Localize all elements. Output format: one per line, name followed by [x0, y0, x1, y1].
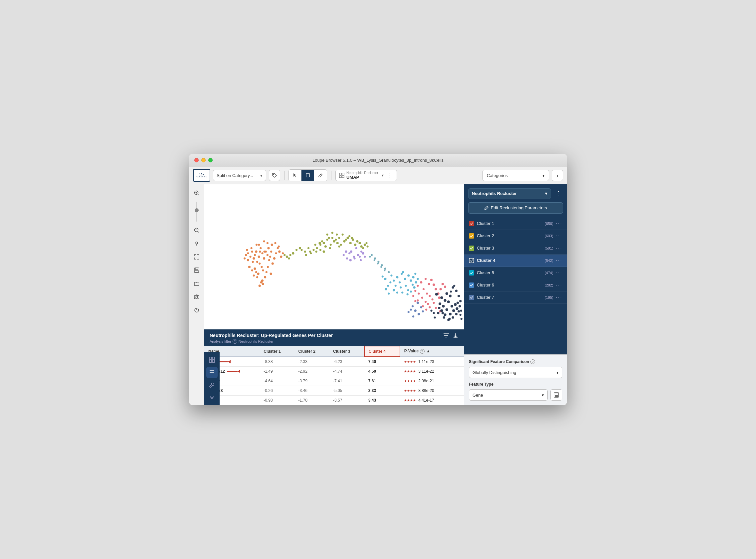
categories-dropdown[interactable]: Categories ▾: [483, 170, 549, 181]
cluster5-menu[interactable]: ···: [556, 270, 562, 276]
col-cluster1-header[interactable]: Cluster 1: [260, 346, 294, 357]
cluster1-checkbox[interactable]: [469, 221, 474, 226]
pen-tool-button[interactable]: [314, 170, 327, 181]
svg-point-87: [321, 240, 323, 242]
cluster2-checkbox[interactable]: [469, 233, 474, 239]
cluster-item-6[interactable]: Cluster 6 (282) ···: [464, 279, 567, 291]
camera-button[interactable]: [191, 291, 203, 303]
cluster-item-3[interactable]: Cluster 3 (591) ···: [464, 242, 567, 254]
chart-menu-button[interactable]: ⋮: [387, 172, 393, 179]
logo: 10x GENOMICS: [193, 169, 210, 182]
svg-point-120: [295, 249, 297, 251]
cluster1-count: (656): [545, 222, 553, 226]
cluster7-checkbox[interactable]: [469, 295, 474, 300]
camp-c4: 7.61: [364, 376, 400, 386]
cluster-item-5[interactable]: Cluster 5 (474) ···: [464, 267, 567, 279]
cluster5-checkbox[interactable]: [469, 270, 474, 275]
cluster2-menu[interactable]: ···: [556, 233, 562, 239]
cluster2-count: (603): [545, 234, 553, 238]
zoom-slider[interactable]: [196, 202, 197, 222]
cluster3-checkbox[interactable]: [469, 246, 474, 251]
minimize-button[interactable]: [201, 158, 206, 162]
svg-point-55: [267, 266, 269, 268]
svg-point-252: [434, 316, 436, 318]
svg-point-231: [440, 309, 443, 312]
cluster-item-1[interactable]: Cluster 1 (656) ···: [464, 218, 567, 230]
cluster1-menu[interactable]: ···: [556, 221, 562, 227]
nav-arrow-button[interactable]: ›: [552, 170, 563, 181]
table-filter-button[interactable]: [443, 333, 449, 340]
svg-point-23: [258, 255, 260, 258]
cluster-item-4[interactable]: Cluster 4 (542) ···: [464, 254, 567, 267]
svg-point-167: [395, 285, 397, 287]
tag-button[interactable]: [269, 170, 280, 181]
list-view-button[interactable]: [206, 367, 218, 378]
table-download-button[interactable]: [452, 333, 459, 340]
folder-icon: [194, 281, 200, 287]
col-pvalue-header[interactable]: P-Value ? ▲: [400, 346, 453, 357]
analysis-filter-help-icon[interactable]: ?: [232, 339, 237, 344]
cluster4-checkbox[interactable]: [469, 258, 474, 263]
cluster6-menu[interactable]: ···: [556, 282, 562, 288]
ltf-c2: -2.33: [294, 357, 329, 367]
svg-point-242: [459, 305, 461, 308]
grid-view-button[interactable]: [206, 354, 218, 365]
svg-point-164: [399, 281, 401, 283]
cluster-item-2[interactable]: Cluster 2 (603) ···: [464, 230, 567, 242]
feature-type-dropdown[interactable]: Gene ▾: [469, 389, 548, 401]
pin-button[interactable]: [191, 238, 203, 250]
umap-chart: [204, 184, 464, 329]
zoom-slider-thumb[interactable]: [195, 208, 199, 212]
svg-point-193: [428, 283, 430, 285]
recluster-title-dropdown[interactable]: Neutrophils Recluster ▾: [468, 188, 551, 199]
select-tool-button[interactable]: [289, 170, 302, 181]
svg-point-163: [404, 278, 406, 280]
s100a12-arrow-annotation: [227, 370, 240, 373]
folder-button[interactable]: [191, 277, 203, 290]
pvalue-help-icon[interactable]: ?: [420, 349, 425, 354]
s100a12-c4: 4.50: [364, 367, 400, 376]
cluster6-checkbox[interactable]: [469, 283, 474, 288]
chevron-down-button[interactable]: [206, 392, 218, 403]
window-title: Loupe Browser 5.1.0 – WB_Lysis_Granulocy…: [312, 158, 444, 163]
download-icon: [452, 333, 459, 339]
col-cluster2-header[interactable]: Cluster 2: [294, 346, 329, 357]
col-cluster4-header[interactable]: Cluster 4: [364, 346, 400, 357]
svg-point-86: [336, 242, 339, 244]
svg-rect-2: [306, 174, 309, 177]
tools-button[interactable]: [206, 379, 218, 390]
rect-select-tool-button[interactable]: [302, 170, 314, 181]
cluster3-menu[interactable]: ···: [556, 245, 562, 251]
cluster7-menu[interactable]: ···: [556, 294, 562, 300]
svg-point-261: [420, 306, 422, 308]
split-category-dropdown[interactable]: Split on Category... ▾: [213, 170, 266, 181]
pin-icon: [194, 241, 200, 247]
lyz-pvalue-text: 4.41e-17: [418, 398, 434, 403]
svg-point-33: [255, 250, 257, 253]
edit-recluster-button[interactable]: Edit Reclustering Parameters: [468, 202, 563, 214]
gene-table: Name Cluster 1 Cluster 2 Cluster 3 Clust…: [204, 346, 464, 405]
col-cluster3-header[interactable]: Cluster 3: [329, 346, 364, 357]
scatter-plot[interactable]: [204, 184, 464, 329]
chart-dropdown-arrow: ▾: [382, 173, 384, 178]
camp-pvalue: ★★★★ 2.98e-21: [400, 376, 453, 386]
sig-feature-help-icon[interactable]: ?: [530, 359, 535, 364]
zoom-in-button[interactable]: [191, 187, 203, 199]
expand-button[interactable]: [191, 251, 203, 263]
sig-feature-dropdown[interactable]: Globally Distinguishing ▾: [469, 367, 562, 378]
calculate-button[interactable]: [550, 389, 562, 401]
nav-right-icon: ›: [556, 172, 559, 179]
cluster-item-7[interactable]: Cluster 7 (195) ···: [464, 291, 567, 304]
svg-point-247: [442, 312, 444, 314]
cluster4-menu[interactable]: ···: [556, 258, 562, 264]
svg-point-82: [330, 244, 332, 246]
save-button[interactable]: [191, 264, 203, 276]
recluster-menu-button[interactable]: ⋮: [554, 189, 563, 198]
power-button[interactable]: [191, 304, 203, 316]
svg-point-255: [458, 295, 460, 297]
svg-point-63: [253, 274, 255, 276]
close-button[interactable]: [194, 158, 199, 162]
zoom-out-button[interactable]: [191, 224, 203, 236]
fullscreen-button[interactable]: [208, 158, 213, 162]
svg-point-156: [377, 263, 379, 264]
